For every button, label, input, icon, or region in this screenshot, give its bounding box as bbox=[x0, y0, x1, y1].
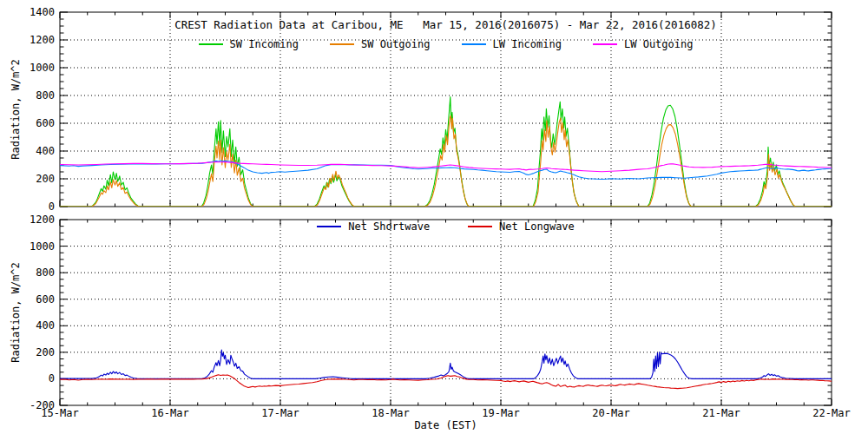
bottom-panel-border bbox=[60, 220, 832, 405]
ytick-label-400: 400 bbox=[36, 319, 55, 332]
xtick-label-17-Mar: 17-Mar bbox=[261, 407, 299, 419]
bottom-panel: -20002004006008001000120015-Mar16-Mar17-… bbox=[30, 214, 851, 419]
legend-top-panel: SW Incoming SW Outgoing LW Incoming LW O… bbox=[60, 38, 832, 50]
legend-item-net-shortwave: Net Shortwave bbox=[317, 220, 430, 233]
lw-outgoing-label: LW Outgoing bbox=[624, 38, 693, 50]
y-axis-label-bottom: Radiation, W/m^2 bbox=[10, 262, 22, 363]
ytick-label-200: 200 bbox=[36, 346, 55, 358]
ytick-label-0: 0 bbox=[49, 372, 55, 385]
ytick-label-1400: 1400 bbox=[30, 6, 55, 18]
ytick-label-1000: 1000 bbox=[30, 62, 55, 74]
radiation-dashboard: 0200400600800100012001400-20002004006008… bbox=[0, 0, 868, 434]
ytick-label-200: 200 bbox=[36, 173, 55, 185]
sw-incoming-label: SW Incoming bbox=[230, 38, 299, 50]
ytick-label-800: 800 bbox=[36, 266, 55, 279]
x-axis-label: Date (EST) bbox=[60, 419, 832, 431]
xtick-label-20-Mar: 20-Mar bbox=[592, 407, 629, 419]
legend-item-sw-incoming: SW Incoming bbox=[199, 38, 299, 50]
sw-incoming-line-swatch bbox=[199, 43, 223, 45]
ytick-label-800: 800 bbox=[36, 89, 55, 102]
xtick-label-16-Mar: 16-Mar bbox=[151, 407, 188, 419]
y-axis-label-top: Radiation, W/m^2 bbox=[10, 59, 22, 160]
xtick-label-19-Mar: 19-Mar bbox=[482, 407, 519, 419]
lw-incoming-label: LW Incoming bbox=[493, 38, 562, 50]
ytick-label-400: 400 bbox=[36, 145, 55, 157]
xtick-label-21-Mar: 21-Mar bbox=[702, 407, 740, 419]
ytick-label-600: 600 bbox=[36, 117, 55, 129]
ytick-label-1200: 1200 bbox=[30, 34, 55, 46]
ytick-label-1000: 1000 bbox=[30, 240, 55, 253]
legend-item-lw-outgoing: LW Outgoing bbox=[593, 38, 693, 50]
net-longwave-line-swatch bbox=[468, 226, 492, 227]
legend-item-lw-incoming: LW Incoming bbox=[462, 38, 562, 50]
ytick-label-600: 600 bbox=[36, 293, 55, 306]
legend-item-net-longwave: Net Longwave bbox=[468, 220, 575, 233]
series-sw-incoming bbox=[60, 97, 832, 207]
xtick-label-15-Mar: 15-Mar bbox=[41, 407, 78, 419]
ytick-label-0: 0 bbox=[49, 201, 55, 213]
bottom-series bbox=[60, 350, 832, 389]
sw-outgoing-label: SW Outgoing bbox=[361, 38, 430, 50]
top-series bbox=[60, 97, 832, 207]
series-net-longwave bbox=[60, 375, 832, 389]
lw-incoming-line-swatch bbox=[462, 43, 486, 45]
xtick-label-22-Mar: 22-Mar bbox=[812, 407, 850, 419]
series-net-shortwave bbox=[60, 350, 832, 378]
net-longwave-label: Net Longwave bbox=[499, 220, 575, 233]
series-lw-outgoing bbox=[60, 162, 832, 172]
chart-title: CREST Radiation Data at Caribou, ME Mar … bbox=[60, 18, 832, 31]
lw-outgoing-line-swatch bbox=[593, 43, 617, 45]
radiation-plot-svg: 0200400600800100012001400-20002004006008… bbox=[0, 0, 868, 434]
net-shortwave-line-swatch bbox=[317, 226, 341, 227]
xtick-label-18-Mar: 18-Mar bbox=[372, 407, 409, 419]
ytick-label-1200: 1200 bbox=[30, 214, 55, 226]
legend-item-sw-outgoing: SW Outgoing bbox=[330, 38, 430, 50]
legend-bottom-panel: Net Shortwave Net Longwave bbox=[60, 220, 832, 233]
top-panel: 0200400600800100012001400 bbox=[30, 6, 832, 213]
sw-outgoing-line-swatch bbox=[330, 43, 354, 45]
net-shortwave-label: Net Shortwave bbox=[348, 220, 430, 233]
